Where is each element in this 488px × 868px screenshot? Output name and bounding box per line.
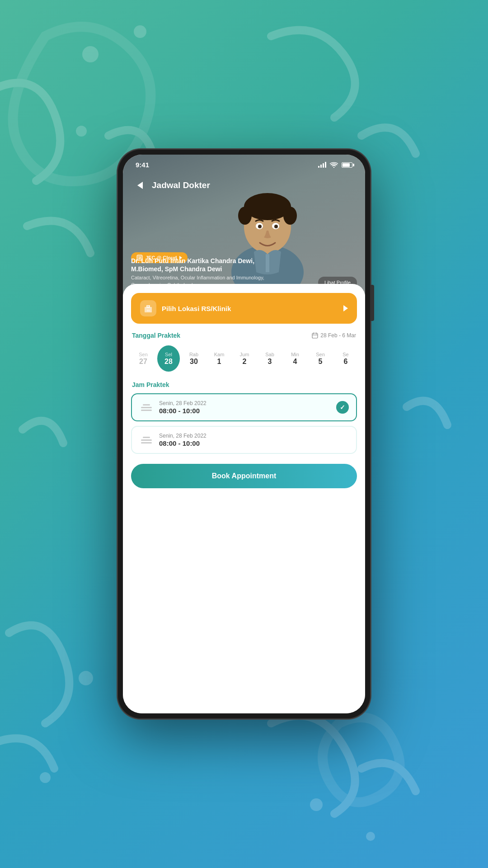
location-left: Pilih Lokasi RS/Klinik	[140, 300, 231, 316]
day-item[interactable]: Sab 3	[258, 345, 281, 372]
check-icon: ✓	[336, 401, 349, 414]
jam-section-header: Jam Praktek	[123, 377, 365, 393]
hospital-building-icon	[143, 303, 153, 313]
day-label: Se	[343, 352, 348, 357]
day-number: 6	[344, 358, 348, 366]
book-appointment-button[interactable]: Book Appointment	[131, 464, 357, 488]
date-range: 28 Feb - 6 Mar	[312, 332, 356, 339]
day-item[interactable]: Min 4	[284, 345, 306, 372]
time-slot-left: Senin, 28 Feb 2022 08:00 - 10:00	[139, 433, 206, 447]
location-chevron-icon	[343, 305, 348, 311]
schedule-icon	[139, 434, 154, 446]
time-slot-info: Senin, 28 Feb 2022 08:00 - 10:00	[159, 433, 206, 447]
day-label: Sen	[139, 352, 148, 357]
svg-rect-23	[148, 306, 148, 307]
day-number: 4	[293, 358, 297, 366]
calendar-icon	[312, 332, 318, 339]
svg-point-12	[283, 207, 297, 225]
status-icons	[318, 162, 352, 168]
day-item[interactable]: Sel 28	[157, 345, 180, 372]
svg-point-0	[82, 46, 99, 62]
hero-section: 9:41	[123, 155, 365, 295]
device-screen: 9:41	[123, 155, 365, 713]
tanggal-section-header: Tanggal Praktek 28 Feb - 6 Mar	[123, 324, 365, 344]
slot-time: 08:00 - 10:00	[159, 439, 206, 447]
day-number: 30	[190, 358, 198, 366]
svg-point-15	[258, 225, 262, 228]
day-selector: Sen 27 Sel 28 Rab 30 Kam 1 Jum 2 Sab 3 M…	[123, 344, 365, 377]
day-item[interactable]: Rab 30	[183, 345, 205, 372]
day-item[interactable]: Sen 27	[132, 345, 155, 372]
svg-point-3	[79, 671, 93, 685]
wifi-icon	[330, 162, 338, 168]
slot-time: 08:00 - 10:00	[159, 407, 206, 415]
status-time: 9:41	[136, 161, 149, 169]
device-frame: 9:41	[117, 149, 371, 719]
back-arrow-icon	[137, 182, 143, 189]
day-label: Sel	[165, 352, 172, 357]
back-button[interactable]	[133, 178, 147, 193]
svg-point-6	[366, 832, 375, 841]
day-label: Rab	[189, 352, 198, 357]
page-title: Jadwal Dokter	[152, 180, 210, 190]
day-number: 5	[319, 358, 323, 366]
day-item[interactable]: Jum 2	[233, 345, 256, 372]
svg-rect-24	[147, 310, 148, 311]
day-number: 27	[139, 358, 147, 366]
svg-point-4	[40, 772, 51, 783]
day-number: 2	[243, 358, 247, 366]
svg-rect-25	[149, 310, 150, 311]
day-label: Kam	[214, 352, 225, 357]
slot-date: Senin, 28 Feb 2022	[159, 400, 206, 406]
time-slot[interactable]: Senin, 28 Feb 2022 08:00 - 10:00 ✓	[131, 393, 357, 421]
tanggal-title: Tanggal Praktek	[132, 332, 180, 339]
day-item[interactable]: Sen 5	[309, 345, 332, 372]
day-label: Jum	[240, 352, 249, 357]
day-label: Sen	[316, 352, 325, 357]
svg-rect-26	[312, 333, 318, 338]
location-selector[interactable]: Pilih Lokasi RS/Klinik	[131, 293, 357, 324]
signal-icon	[318, 162, 326, 168]
svg-point-5	[310, 798, 323, 811]
time-slots: Senin, 28 Feb 2022 08:00 - 10:00 ✓ Senin…	[123, 393, 365, 454]
day-item[interactable]: Se 6	[334, 345, 357, 372]
time-slot-left: Senin, 28 Feb 2022 08:00 - 10:00	[139, 400, 206, 415]
date-range-text: 28 Feb - 6 Mar	[320, 332, 356, 339]
location-text: Pilih Lokasi RS/Klinik	[162, 305, 231, 312]
svg-point-2	[76, 126, 87, 137]
svg-rect-22	[148, 306, 149, 307]
svg-rect-21	[146, 305, 150, 308]
day-label: Sab	[265, 352, 274, 357]
time-slot-info: Senin, 28 Feb 2022 08:00 - 10:00	[159, 400, 206, 415]
jam-title: Jam Praktek	[132, 381, 169, 388]
time-slot[interactable]: Senin, 28 Feb 2022 08:00 - 10:00	[131, 426, 357, 454]
day-label: Min	[291, 352, 299, 357]
status-bar: 9:41	[123, 155, 365, 169]
svg-point-16	[274, 225, 278, 228]
schedule-icon	[139, 401, 154, 414]
slot-date: Senin, 28 Feb 2022	[159, 433, 206, 439]
day-number: 28	[164, 358, 173, 366]
day-number: 3	[268, 358, 272, 366]
battery-icon	[342, 162, 352, 168]
main-card: Pilih Lokasi RS/Klinik Tanggal Praktek 2…	[123, 284, 365, 713]
location-icon-box	[140, 300, 156, 316]
doctor-name: Dr. Luh Putu Intan Kartika Chandra Dewi,…	[131, 257, 276, 273]
svg-point-1	[134, 25, 146, 38]
day-number: 1	[217, 358, 221, 366]
day-item[interactable]: Kam 1	[208, 345, 230, 372]
svg-point-11	[238, 207, 252, 225]
